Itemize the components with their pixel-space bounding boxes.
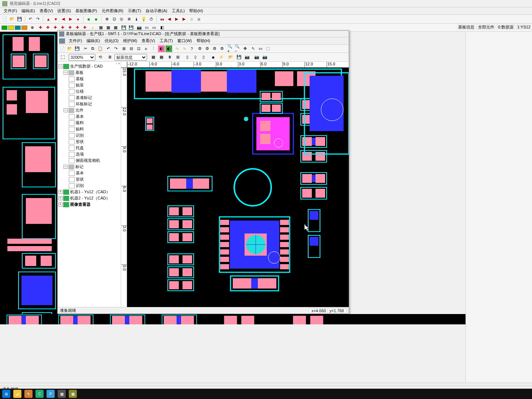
ct-pink-icon[interactable]: ◐ — [158, 45, 165, 52]
timer-icon[interactable]: ⏱ — [148, 16, 154, 23]
open-icon[interactable]: 📂 — [9, 16, 16, 23]
light-icon[interactable]: ● — [89, 24, 96, 31]
dir-right-icon[interactable]: ▶ — [67, 16, 74, 23]
camera-icon[interactable]: 📷 — [136, 24, 143, 31]
zoom-combo[interactable]: 3200% — [69, 54, 95, 61]
tree-root[interactable]: 生产线数据 - CAD — [70, 64, 103, 69]
ct-wave-icon[interactable]: ∿ — [174, 45, 180, 52]
tool-a-icon[interactable]: ⊕ — [103, 16, 110, 23]
menu-teach[interactable]: 示教(T) — [126, 7, 143, 14]
grid-c-icon[interactable]: ▦ — [112, 24, 119, 31]
cross7-icon[interactable]: ✚ — [81, 24, 88, 31]
tree-part-3[interactable]: 识别 — [76, 133, 84, 138]
taskbar-p-icon[interactable]: P — [47, 390, 55, 398]
swatch-orange[interactable] — [21, 25, 27, 30]
ct2-zoom-reset-icon[interactable]: ⟲ — [97, 54, 103, 61]
ct-copy-icon[interactable]: ⧉ — [89, 45, 96, 52]
tool-d-icon[interactable]: ⊗ — [126, 16, 132, 23]
cmenu-optimize[interactable]: 优化(O) — [102, 37, 121, 44]
taskbar-cnv-icon[interactable]: C — [35, 390, 44, 398]
ct-help-icon[interactable]: ? — [188, 45, 195, 52]
ct2-g3-icon[interactable]: ⋕ — [166, 54, 173, 61]
tree-board-2[interactable]: 位移 — [76, 89, 84, 94]
cmenu-help[interactable]: 帮助(H) — [194, 37, 212, 44]
ct-pan-icon[interactable]: ✥ — [242, 45, 248, 52]
prev-icon[interactable]: ◀ — [166, 16, 173, 23]
grid-a-icon[interactable]: ▦ — [98, 24, 104, 31]
save2-icon[interactable]: 💾 — [120, 24, 127, 31]
tree-machine2[interactable]: 机器2 - Ys12（CAD） — [70, 195, 110, 201]
next-icon[interactable]: ▶ — [173, 16, 180, 23]
dir-up-icon[interactable]: ▲ — [45, 16, 52, 23]
menu-tools[interactable]: 工具(L) — [170, 7, 187, 14]
menu-settings[interactable]: 设置(S) — [55, 7, 73, 14]
undo-icon[interactable]: ↶ — [27, 16, 34, 23]
ct-t2-icon[interactable]: ⊟ — [128, 45, 134, 52]
stop-green2-icon[interactable]: ■ — [93, 16, 99, 23]
cmenu-window[interactable]: 窗口(W) — [175, 37, 194, 44]
taskbar-editor-icon[interactable]: ▦ — [58, 390, 66, 398]
ct2-g2-icon[interactable]: ▦ — [158, 54, 165, 61]
ct-link1-icon[interactable]: ⚙ — [197, 45, 203, 52]
tree-viewer[interactable]: 图像查看器 — [70, 202, 91, 207]
cmenu-maintain[interactable]: 维护(M) — [121, 37, 140, 44]
stop-icon[interactable]: ⏹ — [195, 16, 202, 23]
ct-green-icon[interactable]: ◐ — [166, 45, 172, 52]
menu-file[interactable]: 文件(F) — [1, 7, 19, 14]
ct-paste-icon[interactable]: 📋 — [97, 45, 103, 52]
ct-new-icon[interactable]: 📄 — [59, 45, 66, 52]
tree-expand-parts[interactable]: − — [64, 108, 68, 112]
tree-expand-board[interactable]: − — [64, 71, 68, 75]
tree-board-1[interactable]: 贴装 — [76, 82, 84, 88]
info-machine[interactable]: 1:YS12 — [517, 25, 531, 29]
dir-left-icon[interactable]: ◀ — [60, 16, 66, 23]
start-button[interactable]: ⊞ — [2, 390, 10, 398]
ct2-open-icon[interactable]: 📂 — [228, 54, 234, 61]
tree-expand-marks[interactable]: − — [64, 165, 68, 169]
cmenu-file[interactable]: 文件(F) — [66, 37, 84, 44]
ct2-cam2-icon[interactable]: 📷 — [253, 54, 260, 61]
ct-zoom-in-icon[interactable]: 🔍+ — [227, 45, 233, 52]
ct-rect-sel-icon[interactable]: ▭ — [257, 45, 264, 52]
menu-component-image[interactable]: 元件图像(R) — [99, 7, 126, 14]
ct2-fit-icon[interactable]: ⛶ — [59, 54, 66, 61]
tree-part-6[interactable]: 选项 — [76, 151, 84, 157]
menu-view[interactable]: 查看(V) — [37, 7, 55, 14]
bulb-icon[interactable]: 💡 — [140, 16, 147, 23]
ct-dotted-sel-icon[interactable]: ⬚ — [265, 45, 271, 52]
cross2-icon[interactable]: ✚ — [44, 24, 51, 31]
cross3-icon[interactable]: ✚ — [52, 24, 58, 31]
taskbar-explorer-icon[interactable]: 📁 — [13, 390, 21, 398]
tree-pane[interactable]: ▫ × −生产线数据 - CAD −基板 基板 贴装 位移 基准标记 坏板标记 … — [58, 62, 121, 307]
frame-icon[interactable]: ▭ — [143, 24, 150, 31]
ct-link4-icon[interactable]: ⚙ — [219, 45, 225, 52]
target-icon[interactable]: ⊕ — [29, 24, 35, 31]
tree-board-4[interactable]: 坏板标记 — [76, 101, 92, 107]
ct-t5-icon[interactable]: ⋮ — [150, 45, 157, 52]
swatch-yellow[interactable] — [8, 25, 14, 30]
swatch-green[interactable] — [1, 25, 7, 30]
swatch-teal[interactable] — [15, 25, 21, 30]
ct-wave2-icon[interactable]: ∿ — [181, 45, 188, 52]
cross1-icon[interactable]: ✚ — [37, 24, 44, 31]
cmenu-tools[interactable]: 工具(T) — [157, 37, 175, 44]
ct-pointer-icon[interactable]: ↖ — [250, 45, 256, 52]
tree-close-icon[interactable]: ▫ × — [116, 62, 120, 65]
center-icon[interactable]: ● — [75, 16, 81, 23]
ct-save-icon[interactable]: 💾 — [74, 45, 81, 52]
menu-help[interactable]: 帮助(H) — [187, 7, 205, 14]
layer-combo[interactable]: 贴装信息 — [115, 54, 147, 61]
ct-link2-icon[interactable]: ⚙ — [204, 45, 211, 52]
overlay-icon[interactable]: ◧ — [159, 24, 166, 31]
tree-expand-m2[interactable]: + — [58, 196, 62, 200]
ct2-save-icon[interactable]: 💾 — [236, 54, 242, 61]
info-datasource[interactable]: 0:数据源 — [498, 24, 514, 30]
tree-expand-viewer[interactable]: + — [58, 202, 62, 207]
tree-part-2[interactable]: 贴料 — [76, 126, 84, 132]
ct2-a2-icon[interactable]: ▯ — [192, 54, 199, 61]
tree-expand-m1[interactable]: + — [58, 190, 62, 194]
ct2-b1-icon[interactable]: ■ — [210, 54, 216, 61]
save-icon[interactable]: 💾 — [16, 16, 23, 23]
save3-icon[interactable]: 💾 — [128, 24, 134, 31]
ct2-g4-icon[interactable]: ⊞ — [174, 54, 181, 61]
